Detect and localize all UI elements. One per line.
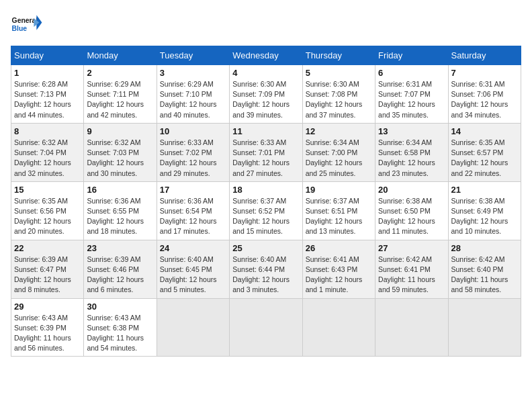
day-info: Sunrise: 6:29 AMSunset: 7:11 PMDaylight:… — [87, 79, 153, 120]
calendar-cell: 25Sunrise: 6:40 AMSunset: 6:44 PMDayligh… — [230, 240, 302, 298]
calendar-cell: 2Sunrise: 6:29 AMSunset: 7:11 PMDaylight… — [84, 65, 157, 124]
day-number: 12 — [306, 126, 372, 136]
day-number: 20 — [378, 185, 445, 195]
day-info: Sunrise: 6:42 AMSunset: 6:41 PMDaylight:… — [378, 255, 445, 295]
calendar-header-row: SundayMondayTuesdayWednesdayThursdayFrid… — [11, 46, 521, 65]
calendar-week-2: 8Sunrise: 6:32 AMSunset: 7:04 PMDaylight… — [11, 123, 521, 181]
day-info: Sunrise: 6:33 AMSunset: 7:02 PMDaylight:… — [160, 138, 226, 179]
calendar-cell: 6Sunrise: 6:31 AMSunset: 7:07 PMDaylight… — [375, 65, 448, 124]
calendar-cell: 23Sunrise: 6:39 AMSunset: 6:46 PMDayligh… — [84, 240, 157, 298]
calendar-cell: 9Sunrise: 6:32 AMSunset: 7:03 PMDaylight… — [84, 123, 157, 181]
day-number: 30 — [87, 302, 153, 312]
day-number: 6 — [378, 68, 445, 78]
day-number: 2 — [87, 68, 153, 78]
day-number: 1 — [14, 68, 81, 78]
weekday-header-tuesday: Tuesday — [157, 46, 229, 65]
weekday-header-thursday: Thursday — [302, 46, 375, 65]
day-number: 21 — [451, 185, 518, 195]
day-info: Sunrise: 6:40 AMSunset: 6:44 PMDaylight:… — [232, 255, 299, 295]
day-info: Sunrise: 6:32 AMSunset: 7:03 PMDaylight:… — [87, 138, 153, 179]
day-info: Sunrise: 6:30 AMSunset: 7:08 PMDaylight:… — [306, 79, 372, 120]
day-info: Sunrise: 6:32 AMSunset: 7:04 PMDaylight:… — [14, 138, 81, 179]
day-info: Sunrise: 6:31 AMSunset: 7:06 PMDaylight:… — [451, 79, 518, 120]
day-info: Sunrise: 6:35 AMSunset: 6:57 PMDaylight:… — [451, 138, 518, 179]
day-number: 19 — [306, 185, 372, 195]
calendar-cell: 3Sunrise: 6:29 AMSunset: 7:10 PMDaylight… — [157, 65, 229, 124]
weekday-header-saturday: Saturday — [448, 46, 521, 65]
calendar-cell: 26Sunrise: 6:41 AMSunset: 6:43 PMDayligh… — [302, 240, 375, 298]
calendar-week-4: 22Sunrise: 6:39 AMSunset: 6:47 PMDayligh… — [11, 240, 521, 298]
day-info: Sunrise: 6:40 AMSunset: 6:45 PMDaylight:… — [160, 255, 226, 295]
day-info: Sunrise: 6:34 AMSunset: 7:00 PMDaylight:… — [306, 138, 372, 179]
calendar-cell: 30Sunrise: 6:43 AMSunset: 6:38 PMDayligh… — [84, 298, 157, 357]
calendar-cell — [157, 298, 229, 357]
day-number: 28 — [451, 243, 518, 253]
day-number: 14 — [451, 126, 518, 136]
calendar-cell — [375, 298, 448, 357]
day-info: Sunrise: 6:43 AMSunset: 6:38 PMDaylight:… — [87, 313, 153, 354]
day-number: 11 — [232, 126, 299, 136]
logo: General Blue — [11, 11, 43, 38]
day-info: Sunrise: 6:36 AMSunset: 6:54 PMDaylight:… — [160, 196, 226, 237]
calendar-week-5: 29Sunrise: 6:43 AMSunset: 6:39 PMDayligh… — [11, 298, 521, 357]
calendar-cell: 13Sunrise: 6:34 AMSunset: 6:58 PMDayligh… — [375, 123, 448, 181]
day-info: Sunrise: 6:29 AMSunset: 7:10 PMDaylight:… — [160, 79, 226, 120]
day-info: Sunrise: 6:33 AMSunset: 7:01 PMDaylight:… — [232, 138, 299, 179]
calendar-cell: 11Sunrise: 6:33 AMSunset: 7:01 PMDayligh… — [230, 123, 302, 181]
calendar-cell: 29Sunrise: 6:43 AMSunset: 6:39 PMDayligh… — [11, 298, 84, 357]
day-number: 26 — [306, 243, 372, 253]
day-number: 23 — [87, 243, 153, 253]
calendar-cell: 16Sunrise: 6:36 AMSunset: 6:55 PMDayligh… — [84, 181, 157, 240]
calendar-week-1: 1Sunrise: 6:28 AMSunset: 7:13 PMDaylight… — [11, 65, 521, 124]
calendar-cell: 27Sunrise: 6:42 AMSunset: 6:41 PMDayligh… — [375, 240, 448, 298]
day-number: 3 — [160, 68, 226, 78]
calendar-cell: 18Sunrise: 6:37 AMSunset: 6:52 PMDayligh… — [230, 181, 302, 240]
day-info: Sunrise: 6:38 AMSunset: 6:49 PMDaylight:… — [451, 196, 518, 237]
calendar-cell: 19Sunrise: 6:37 AMSunset: 6:51 PMDayligh… — [302, 181, 375, 240]
calendar-cell: 1Sunrise: 6:28 AMSunset: 7:13 PMDaylight… — [11, 65, 84, 124]
weekday-header-sunday: Sunday — [11, 46, 84, 65]
day-info: Sunrise: 6:31 AMSunset: 7:07 PMDaylight:… — [378, 79, 445, 120]
calendar-cell: 22Sunrise: 6:39 AMSunset: 6:47 PMDayligh… — [11, 240, 84, 298]
calendar-cell: 28Sunrise: 6:42 AMSunset: 6:40 PMDayligh… — [448, 240, 521, 298]
calendar-cell: 5Sunrise: 6:30 AMSunset: 7:08 PMDaylight… — [302, 65, 375, 124]
day-info: Sunrise: 6:39 AMSunset: 6:46 PMDaylight:… — [87, 255, 153, 295]
day-number: 27 — [378, 243, 445, 253]
calendar-cell — [230, 298, 302, 357]
day-info: Sunrise: 6:34 AMSunset: 6:58 PMDaylight:… — [378, 138, 445, 179]
day-number: 22 — [14, 243, 81, 253]
day-info: Sunrise: 6:37 AMSunset: 6:51 PMDaylight:… — [306, 196, 372, 237]
day-info: Sunrise: 6:37 AMSunset: 6:52 PMDaylight:… — [232, 196, 299, 237]
calendar-week-3: 15Sunrise: 6:35 AMSunset: 6:56 PMDayligh… — [11, 181, 521, 240]
day-number: 4 — [232, 68, 299, 78]
day-info: Sunrise: 6:41 AMSunset: 6:43 PMDaylight:… — [306, 255, 372, 295]
calendar-cell: 7Sunrise: 6:31 AMSunset: 7:06 PMDaylight… — [448, 65, 521, 124]
day-number: 15 — [14, 185, 81, 195]
day-number: 18 — [232, 185, 299, 195]
day-info: Sunrise: 6:38 AMSunset: 6:50 PMDaylight:… — [378, 196, 445, 237]
day-info: Sunrise: 6:30 AMSunset: 7:09 PMDaylight:… — [232, 79, 299, 120]
day-info: Sunrise: 6:28 AMSunset: 7:13 PMDaylight:… — [14, 79, 81, 120]
day-number: 10 — [160, 126, 226, 136]
calendar-cell: 24Sunrise: 6:40 AMSunset: 6:45 PMDayligh… — [157, 240, 229, 298]
day-info: Sunrise: 6:36 AMSunset: 6:55 PMDaylight:… — [87, 196, 153, 237]
calendar-cell: 14Sunrise: 6:35 AMSunset: 6:57 PMDayligh… — [448, 123, 521, 181]
calendar-cell — [302, 298, 375, 357]
day-number: 29 — [14, 302, 81, 312]
calendar-cell: 17Sunrise: 6:36 AMSunset: 6:54 PMDayligh… — [157, 181, 229, 240]
day-number: 24 — [160, 243, 226, 253]
day-info: Sunrise: 6:42 AMSunset: 6:40 PMDaylight:… — [451, 255, 518, 295]
calendar-table: SundayMondayTuesdayWednesdayThursdayFrid… — [11, 46, 521, 357]
day-number: 8 — [14, 126, 81, 136]
weekday-header-monday: Monday — [84, 46, 157, 65]
day-info: Sunrise: 6:35 AMSunset: 6:56 PMDaylight:… — [14, 196, 81, 237]
day-number: 17 — [160, 185, 226, 195]
calendar-cell: 21Sunrise: 6:38 AMSunset: 6:49 PMDayligh… — [448, 181, 521, 240]
weekday-header-wednesday: Wednesday — [230, 46, 302, 65]
calendar-cell: 15Sunrise: 6:35 AMSunset: 6:56 PMDayligh… — [11, 181, 84, 240]
day-number: 7 — [451, 68, 518, 78]
weekday-header-friday: Friday — [375, 46, 448, 65]
page-header: General Blue — [11, 11, 521, 38]
calendar-cell: 4Sunrise: 6:30 AMSunset: 7:09 PMDaylight… — [230, 65, 302, 124]
svg-text:Blue: Blue — [12, 25, 28, 32]
